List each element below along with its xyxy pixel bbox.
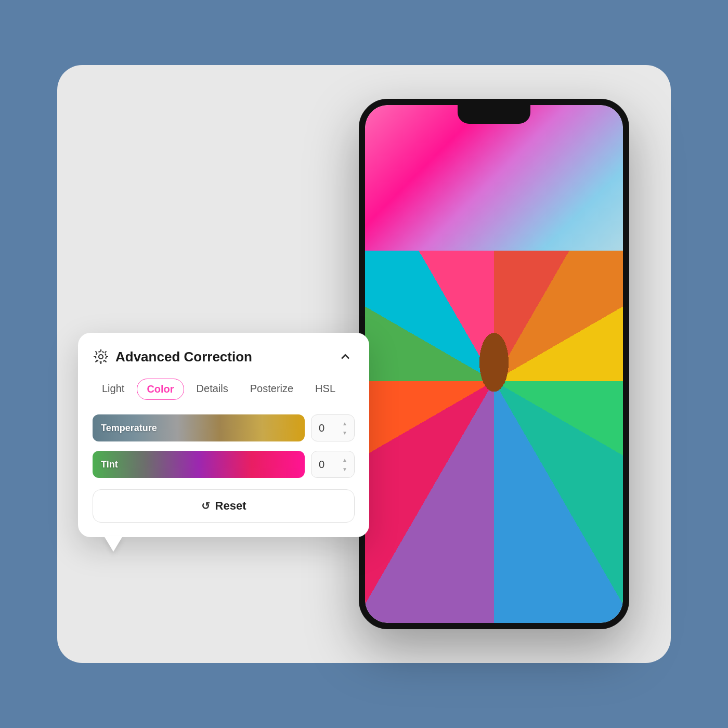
phone-mockup xyxy=(359,99,629,629)
tint-up-arrow[interactable]: ▲ xyxy=(340,456,350,464)
tint-row: Tint 0 ▲ ▼ xyxy=(93,451,355,478)
phone-notch xyxy=(458,105,530,124)
reset-button[interactable]: ↺ Reset xyxy=(93,489,355,523)
tab-hsl[interactable]: HSL xyxy=(306,379,345,400)
tab-color[interactable]: Color xyxy=(137,379,184,400)
gear-icon xyxy=(93,348,109,365)
temperature-down-arrow[interactable]: ▼ xyxy=(340,428,350,437)
tab-posterize[interactable]: Posterize xyxy=(241,379,303,400)
tint-value: 0 xyxy=(319,459,324,471)
advanced-correction-panel: Advanced Correction Light Color Details … xyxy=(78,333,369,537)
temperature-row: Temperature 0 ▲ ▼ xyxy=(93,414,355,441)
temperature-up-arrow[interactable]: ▲ xyxy=(340,419,350,427)
svg-point-1 xyxy=(96,352,106,362)
tab-row: Light Color Details Posterize HSL xyxy=(93,379,355,400)
panel-title-group: Advanced Correction xyxy=(93,348,252,365)
panel-title: Advanced Correction xyxy=(115,349,252,365)
tint-stepper[interactable]: ▲ ▼ xyxy=(340,456,350,473)
svg-point-0 xyxy=(99,355,103,359)
slider-section: Temperature 0 ▲ ▼ Tint 0 xyxy=(93,414,355,478)
phone-bottom-image xyxy=(365,251,623,623)
temperature-value: 0 xyxy=(319,422,324,434)
tab-light[interactable]: Light xyxy=(93,379,134,400)
temperature-value-input[interactable]: 0 ▲ ▼ xyxy=(311,414,355,441)
collapse-button[interactable] xyxy=(336,347,355,366)
phone-screen xyxy=(365,105,623,623)
temperature-stepper[interactable]: ▲ ▼ xyxy=(340,419,350,437)
panel-header: Advanced Correction xyxy=(93,347,355,366)
reset-label: Reset xyxy=(215,499,246,513)
tab-details[interactable]: Details xyxy=(187,379,238,400)
phone-top-gradient xyxy=(365,105,623,251)
tint-down-arrow[interactable]: ▼ xyxy=(340,465,350,473)
temperature-label: Temperature xyxy=(101,423,157,434)
tint-label: Tint xyxy=(101,459,118,470)
tint-value-input[interactable]: 0 ▲ ▼ xyxy=(311,451,355,478)
temperature-slider[interactable]: Temperature xyxy=(93,414,305,441)
main-card: Advanced Correction Light Color Details … xyxy=(57,65,671,663)
tint-slider[interactable]: Tint xyxy=(93,451,305,478)
reset-icon: ↺ xyxy=(201,500,210,512)
